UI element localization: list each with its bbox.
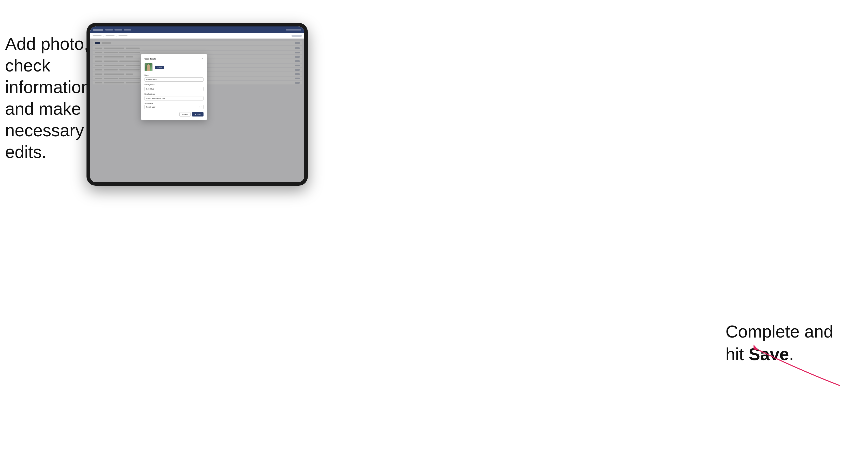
breadcrumb-2 [105, 35, 115, 36]
tablet-device: › › [87, 23, 308, 186]
school-year-value: Fourth Year [146, 106, 155, 108]
school-year-label: School Year [145, 102, 204, 104]
save-label: Save [197, 114, 201, 115]
upload-button[interactable]: Upload [155, 66, 164, 69]
app-nav [105, 29, 131, 31]
email-input[interactable] [145, 96, 204, 100]
modal-footer: Cancel ⬆ Save [145, 112, 204, 117]
save-icon: ⬆ [195, 114, 196, 116]
cancel-button[interactable]: Cancel [179, 112, 190, 117]
name-field-group: Name [145, 74, 204, 82]
header-action [291, 35, 302, 37]
email-label: Email address [145, 93, 204, 95]
user-details-modal: User details × Upload [141, 54, 207, 120]
app-background: › › [90, 27, 304, 182]
school-year-field-group: School Year Fourth Year × ⌃ [145, 102, 204, 109]
app-content: User details × Upload [90, 39, 304, 182]
right-annotation: Complete and hit Save. [725, 320, 853, 365]
nav-item-2[interactable] [115, 29, 122, 31]
app-header [90, 27, 304, 33]
display-name-label: Display name [145, 84, 204, 86]
breadcrumb-sep: › [103, 35, 104, 36]
display-name-field-group: Display name [145, 84, 204, 91]
email-field-group: Email address [145, 93, 204, 100]
display-name-input[interactable] [145, 87, 204, 91]
name-label: Name [145, 74, 204, 76]
breadcrumb-1 [93, 35, 101, 36]
modal-close-button[interactable]: × [201, 58, 204, 60]
modal-header: User details × [145, 58, 204, 60]
select-clear-icon[interactable]: × [199, 106, 200, 108]
chevron-down-icon: ⌃ [200, 106, 202, 108]
avatar-thumbnail [145, 63, 153, 71]
right-annotation-bold: Save [749, 344, 789, 364]
nav-item-1[interactable] [105, 29, 113, 31]
modal-overlay: User details × Upload [90, 39, 304, 182]
right-annotation-text2: . [789, 344, 794, 364]
nav-item-3[interactable] [124, 29, 131, 31]
tablet-screen: › › [90, 27, 304, 182]
name-input[interactable] [145, 77, 204, 82]
app-header-right [286, 29, 301, 31]
modal-title: User details [145, 58, 156, 60]
app-subheader: › › [90, 33, 304, 39]
breadcrumb-3 [119, 35, 127, 36]
photo-section: Upload [145, 63, 204, 71]
school-year-select[interactable]: Fourth Year × ⌃ [145, 105, 204, 109]
avatar-body [147, 66, 150, 71]
app-logo [93, 29, 103, 31]
save-button[interactable]: ⬆ Save [192, 112, 204, 117]
breadcrumb-sep-2: › [116, 35, 117, 36]
